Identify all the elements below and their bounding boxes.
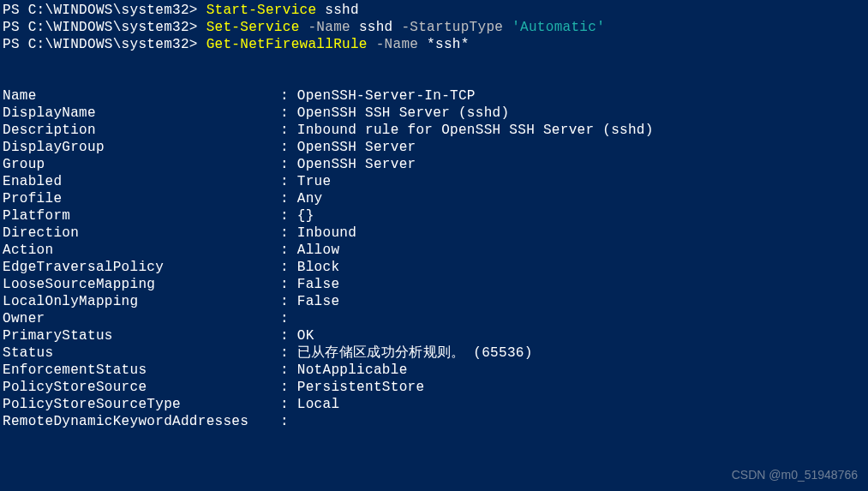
output-key: Description	[3, 122, 280, 139]
output-key: DisplayName	[3, 105, 280, 122]
output-separator: :	[280, 122, 297, 139]
output-value: False	[297, 293, 340, 310]
output-row: Profile: Any	[3, 190, 865, 207]
output-value: OpenSSH SSH Server (sshd)	[297, 105, 510, 122]
command-line: PS C:\WINDOWS\system32> Set-Service -Nam…	[3, 19, 865, 36]
output-key: Direction	[3, 225, 280, 242]
cmdlet-name: Set-Service	[207, 20, 300, 35]
output-row: Action: Allow	[3, 242, 865, 259]
cmdlet-name: Get-NetFirewallRule	[207, 37, 368, 52]
output-separator: :	[280, 293, 297, 310]
powershell-terminal[interactable]: PS C:\WINDOWS\system32> Start-Service ss…	[3, 2, 865, 430]
output-separator: :	[280, 344, 297, 362]
cmdlet-name: Start-Service	[207, 3, 317, 18]
output-key: RemoteDynamicKeywordAddresses	[3, 413, 280, 430]
output-value: Any	[297, 190, 323, 207]
output-row: PolicyStoreSource: PersistentStore	[3, 379, 865, 396]
output-key: LooseSourceMapping	[3, 276, 280, 293]
output-value: OpenSSH Server	[297, 156, 416, 173]
output-key: Name	[3, 87, 280, 105]
output-separator: :	[280, 156, 297, 173]
command-line: PS C:\WINDOWS\system32> Get-NetFirewallR…	[3, 36, 865, 53]
command-segment: -Name	[300, 20, 350, 35]
output-key: DisplayGroup	[3, 139, 280, 156]
output-separator: :	[280, 225, 297, 242]
output-row: PrimaryStatus: OK	[3, 327, 865, 344]
output-value: Block	[297, 259, 340, 276]
prompt-text: PS C:\WINDOWS\system32>	[3, 3, 207, 18]
output-key: EnforcementStatus	[3, 362, 280, 379]
output-separator: :	[280, 259, 297, 276]
output-row: DisplayGroup: OpenSSH Server	[3, 139, 865, 156]
watermark-text: CSDN @m0_51948766	[732, 468, 858, 483]
blank-line	[3, 70, 865, 87]
output-value: {}	[297, 207, 314, 225]
output-separator: :	[280, 362, 297, 379]
command-segment: sshd	[316, 3, 359, 18]
output-value: 已从存储区成功分析规则。 (65536)	[297, 344, 533, 362]
output-value: True	[297, 173, 332, 190]
command-segment: 'Automatic'	[503, 20, 605, 35]
output-row: LooseSourceMapping: False	[3, 276, 865, 293]
output-row: RemoteDynamicKeywordAddresses:	[3, 413, 865, 430]
output-row: DisplayName: OpenSSH SSH Server (sshd)	[3, 105, 865, 122]
output-separator: :	[280, 276, 297, 293]
output-value: NotApplicable	[297, 362, 408, 379]
output-row: Owner:	[3, 310, 865, 327]
output-key: PolicyStoreSource	[3, 379, 280, 396]
output-value: OpenSSH-Server-In-TCP	[297, 87, 476, 105]
output-value: PersistentStore	[297, 379, 425, 396]
output-row: Description: Inbound rule for OpenSSH SS…	[3, 122, 865, 139]
output-separator: :	[280, 190, 297, 207]
command-segment: -StartupType	[401, 20, 503, 35]
output-value: Local	[297, 396, 340, 413]
command-line: PS C:\WINDOWS\system32> Start-Service ss…	[3, 2, 865, 19]
output-separator: :	[280, 413, 297, 430]
output-value: OK	[297, 327, 314, 344]
output-value: Allow	[297, 242, 340, 259]
output-row: PolicyStoreSourceType: Local	[3, 396, 865, 413]
output-value: Inbound rule for OpenSSH SSH Server (ssh…	[297, 122, 654, 139]
output-row: Enabled: True	[3, 173, 865, 190]
output-key: Profile	[3, 190, 280, 207]
output-separator: :	[280, 310, 297, 327]
prompt-text: PS C:\WINDOWS\system32>	[3, 20, 207, 35]
output-row: EnforcementStatus: NotApplicable	[3, 362, 865, 379]
output-value: OpenSSH Server	[297, 139, 416, 156]
output-separator: :	[280, 327, 297, 344]
output-row: Platform: {}	[3, 207, 865, 225]
command-segment: -Name	[368, 37, 418, 52]
output-key: Platform	[3, 207, 280, 225]
output-separator: :	[280, 242, 297, 259]
output-separator: :	[280, 207, 297, 225]
output-row: LocalOnlyMapping: False	[3, 293, 865, 310]
output-key: Group	[3, 156, 280, 173]
output-row: EdgeTraversalPolicy: Block	[3, 259, 865, 276]
output-key: PrimaryStatus	[3, 327, 280, 344]
output-row: Status: 已从存储区成功分析规则。 (65536)	[3, 344, 865, 362]
command-segment: *ssh*	[418, 37, 469, 52]
output-separator: :	[280, 105, 297, 122]
output-key: EdgeTraversalPolicy	[3, 259, 280, 276]
output-separator: :	[280, 139, 297, 156]
output-key: Owner	[3, 310, 280, 327]
output-key: Status	[3, 344, 280, 362]
output-value: False	[297, 276, 340, 293]
output-row: Group: OpenSSH Server	[3, 156, 865, 173]
output-separator: :	[280, 173, 297, 190]
output-value: Inbound	[297, 225, 356, 242]
output-row: Direction: Inbound	[3, 225, 865, 242]
output-separator: :	[280, 379, 297, 396]
blank-line	[3, 53, 865, 70]
prompt-text: PS C:\WINDOWS\system32>	[3, 37, 207, 52]
output-key: Enabled	[3, 173, 280, 190]
output-key: PolicyStoreSourceType	[3, 396, 280, 413]
output-key: Action	[3, 242, 280, 259]
command-segment: sshd	[350, 20, 401, 35]
output-separator: :	[280, 87, 297, 105]
output-key: LocalOnlyMapping	[3, 293, 280, 310]
output-row: Name: OpenSSH-Server-In-TCP	[3, 87, 865, 105]
output-separator: :	[280, 396, 297, 413]
